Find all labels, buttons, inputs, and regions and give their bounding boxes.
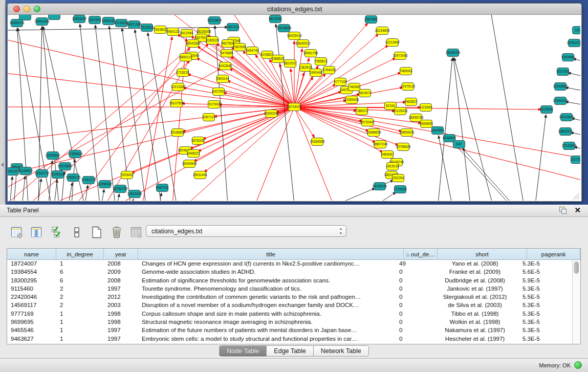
table-cell[interactable]: 19384554 (7, 268, 56, 276)
resize-grip-icon[interactable] (573, 193, 579, 200)
table-cell[interactable]: 1997 (104, 326, 138, 335)
graph-node[interactable]: 19892971 (558, 128, 573, 136)
table-cell[interactable]: 2 (56, 285, 104, 293)
graph-edge[interactable] (572, 118, 580, 125)
graph-edge[interactable] (565, 102, 580, 108)
table-row[interactable]: 1830029562008Estimation of significance … (7, 277, 572, 285)
graph-node[interactable]: 9498222 (187, 150, 200, 158)
graph-edge[interactable] (14, 172, 16, 201)
table-settings-icon[interactable] (9, 224, 25, 240)
graph-node[interactable]: 16409943 (182, 160, 197, 168)
graph-edge[interactable] (130, 199, 134, 201)
graph-node[interactable]: 8427552 (212, 88, 225, 96)
graph-node[interactable]: 12444134 (553, 97, 568, 105)
graph-node[interactable]: 12975115 (401, 83, 416, 91)
table-cell[interactable]: 2003 (104, 301, 138, 310)
table-cell[interactable]: 5.3E-5 (519, 326, 572, 335)
column-header-pagerank[interactable]: pagerank (527, 249, 580, 259)
table-cell[interactable]: 2 (56, 293, 104, 301)
graph-node[interactable]: 252254 (393, 174, 404, 182)
graph-node[interactable]: 746266 (349, 83, 360, 91)
graph-node[interactable]: 7515526 (140, 24, 154, 32)
float-window-icon[interactable] (559, 207, 567, 214)
table-cell[interactable]: Hescheler et al. (1997) (429, 335, 519, 343)
graph-node[interactable]: 18107554 (169, 100, 184, 107)
graph-node[interactable]: 21364436 (344, 96, 359, 104)
graph-node[interactable]: 16154808 (375, 27, 390, 35)
graph-node[interactable]: 10958187 (98, 181, 113, 188)
table-cell[interactable]: Wolkin et al. (1998) (429, 318, 519, 326)
column-header-short[interactable]: short (438, 249, 527, 259)
table-cell[interactable]: 5.3E-5 (519, 310, 572, 318)
table-cell[interactable]: 14569117 (7, 301, 56, 310)
table-cell[interactable]: 5.5E-5 (519, 293, 572, 301)
graph-edge[interactable] (188, 74, 294, 107)
graph-edge[interactable] (535, 115, 546, 201)
graph-edge[interactable] (37, 179, 41, 201)
column-header-out_de[interactable]: △out_de… (404, 249, 438, 259)
delete-columns-icon[interactable] (129, 224, 144, 240)
graph-node[interactable]: 9329966 (561, 54, 575, 61)
table-cell[interactable]: 2008 (104, 260, 138, 268)
graph-node[interactable]: 10125433 (393, 107, 408, 115)
table-cell[interactable]: Estimation of significance thresholds fo… (138, 277, 396, 285)
table-select-dropdown[interactable]: citations_edges.txt ▲▼ (146, 225, 346, 237)
table-cell[interactable]: 5.9E-5 (519, 277, 572, 285)
graph-edge[interactable] (141, 37, 172, 201)
graph-node[interactable]: 19218586 (277, 25, 292, 32)
graph-node[interactable]: 12942737 (35, 170, 50, 178)
graph-edge[interactable] (101, 189, 104, 201)
table-row[interactable]: 1456911722003Disruption of a novel membe… (7, 301, 572, 310)
table-row[interactable]: 969969511998Structural magnetic resonanc… (7, 318, 572, 326)
graph-node[interactable]: 9267110 (203, 114, 215, 121)
graph-node[interactable]: 1640954 (431, 127, 444, 135)
graph-edge[interactable] (294, 107, 580, 184)
graph-node[interactable]: 16543382 (186, 40, 201, 48)
close-panel-icon[interactable]: ✕ (574, 206, 581, 215)
table-cell[interactable]: 2008 (104, 277, 138, 285)
graph-node[interactable]: 8186328 (206, 37, 219, 45)
graph-edge[interactable] (54, 180, 57, 201)
graph-node[interactable]: 2718126 (176, 69, 189, 77)
graph-node[interactable]: 6966160 (102, 17, 115, 25)
graph-edge[interactable] (8, 27, 228, 30)
graph-node[interactable]: 20691406 (35, 18, 50, 26)
graph-edge[interactable] (565, 87, 580, 94)
show-columns-icon[interactable] (29, 224, 45, 240)
graph-edge[interactable] (454, 58, 494, 201)
graph-node[interactable]: 18210643 (559, 114, 574, 121)
table-cell[interactable]: 0 (396, 310, 429, 318)
graph-node[interactable]: 16720407 (360, 119, 375, 126)
graph-node[interactable]: 8454749 (246, 47, 259, 55)
graph-node[interactable]: 8822037 (284, 60, 297, 68)
table-cell[interactable]: 0 (396, 318, 429, 326)
vertical-scrollbar[interactable] (572, 260, 580, 344)
graph-node[interactable]: 19384554 (310, 138, 325, 146)
table-cell[interactable]: 9463627 (7, 335, 56, 343)
graph-node[interactable]: 1733426 (394, 186, 407, 193)
row-height-icon[interactable] (69, 224, 84, 240)
table-cell[interactable]: Tourette syndrome. Phenomenology and cla… (138, 285, 396, 293)
table-row[interactable]: 946554611997Estimation of the future num… (7, 326, 572, 335)
table-row[interactable]: 1938455462009Genome-wide association stu… (7, 268, 572, 276)
table-cell[interactable]: 9699695 (7, 318, 56, 326)
graph-node[interactable]: 9890121 (179, 54, 192, 61)
tab-node-table[interactable]: Node Table (220, 346, 267, 356)
collapse-arrow-icon[interactable] (1, 163, 4, 167)
network-canvas[interactable]: 1405572420691406106532671527602696616010… (8, 15, 581, 201)
table-cell[interactable]: 0 (396, 293, 429, 301)
column-header-name[interactable]: name (7, 249, 56, 259)
graph-node[interactable]: 16911441 (193, 171, 208, 179)
graph-node[interactable]: 8912954 (180, 30, 193, 37)
graph-node[interactable]: 18325419 (287, 32, 302, 40)
citation-network-graph[interactable]: 1405572420691406106532671527602696616010… (8, 15, 580, 201)
table-row[interactable]: 2242004622012Investigating the contribut… (7, 293, 572, 301)
table-cell[interactable]: 1998 (104, 310, 138, 318)
graph-node[interactable]: 16640910 (296, 40, 311, 48)
graph-node[interactable]: 1588520 (271, 55, 285, 63)
graph-edge[interactable] (489, 15, 525, 201)
new-table-icon[interactable] (89, 224, 104, 240)
graph-node[interactable]: 15751074 (567, 39, 580, 47)
graph-node[interactable]: 19756928 (396, 143, 411, 151)
graph-node[interactable]: 7955812 (314, 58, 328, 65)
